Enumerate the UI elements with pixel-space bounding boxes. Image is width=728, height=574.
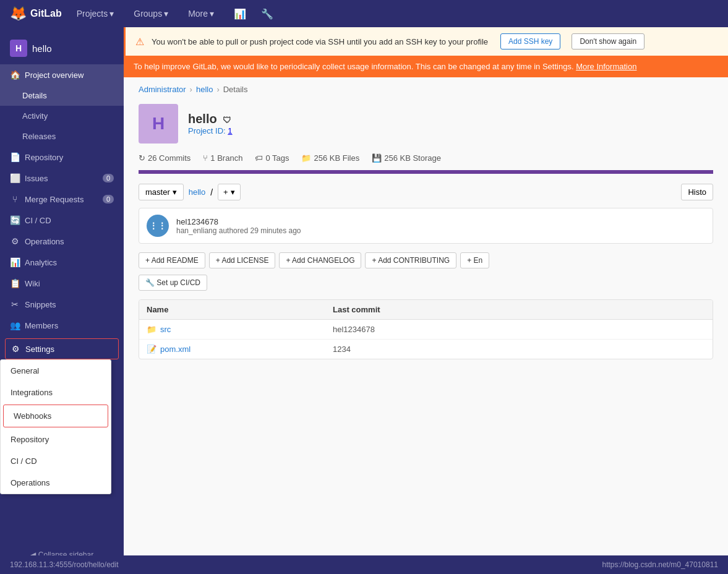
settings-repository[interactable]: Repository [1,429,111,450]
chevron-down-icon: ▾ [173,187,177,197]
nav-projects[interactable]: Projects ▾ [72,6,119,21]
sidebar-item-releases[interactable]: Releases [0,126,124,147]
usage-info-text: To help improve GitLab, we would like to… [134,62,574,71]
path-hello[interactable]: hello [189,187,205,197]
files-icon: 📁 [301,153,311,163]
file-table: Name Last commit 📁 src hel1234678 📝 pom.… [139,299,713,359]
progress-fill [139,170,713,174]
settings-operations[interactable]: Operations [1,472,111,494]
commit-details: hel1234678 han_enliang authored 29 minut… [176,217,301,235]
tag-icon: 🏷 [255,153,263,163]
settings-webhooks[interactable]: Webhooks [3,405,108,427]
commit-meta: han_enliang authored 29 minutes ago [176,226,301,235]
cicd-icon: 🔄 [10,215,20,225]
chevron-down-icon-2: ▾ [231,187,235,197]
sidebar-item-repository[interactable]: 📄 Repository [0,147,124,168]
footer-left: 192.168.11.3:4555/root/hello/edit [10,560,118,569]
sidebar-item-settings[interactable]: ⚙ Settings [5,338,119,359]
xml-file-icon: 📝 [147,345,156,354]
sidebar-project-header: H hello [0,32,124,64]
breadcrumb-admin[interactable]: Administrator [139,85,186,94]
folder-icon: 📁 [147,325,156,334]
logo-text: GitLab [30,8,62,19]
breadcrumb-details: Details [223,85,248,94]
sidebar-item-operations[interactable]: ⚙ Operations [0,231,124,252]
gitlab-logo[interactable]: 🦊 GitLab [10,6,62,22]
branch-bar: master ▾ hello / + ▾ Histo [124,179,728,205]
sidebar-item-analytics[interactable]: 📊 Analytics [0,252,124,273]
project-name: hello 🛡 [188,112,233,126]
add-readme-button[interactable]: + Add README [139,252,205,268]
sidebar-item-cicd[interactable]: 🔄 CI / CD [0,210,124,231]
wrench-icon[interactable]: 🔧 [261,8,273,20]
table-row: 📁 src hel1234678 [139,320,713,340]
issues-icon: ⬜ [10,173,20,183]
ssh-warning-banner: ⚠ You won't be able to pull or push proj… [124,27,728,56]
storage-progress-bar [139,170,713,174]
stat-commits[interactable]: ↻ 26 Commits [139,153,191,163]
settings-dropdown: General Integrations Webhooks Repository… [0,359,111,494]
fox-icon: 🦊 [10,6,27,22]
file-commit-cell-2: 1234 [333,345,705,354]
stat-files: 📁 256 KB Files [301,153,359,163]
file-link[interactable]: src [160,325,171,334]
sidebar-item-merge-requests[interactable]: ⑂ Merge Requests 0 [0,189,124,210]
more-info-link[interactable]: More Information [576,62,636,71]
add-changelog-button[interactable]: + Add CHANGELOG [279,252,361,268]
project-info: hello 🛡 Project ID: 1 [188,112,233,135]
branch-select-value: master [145,187,170,197]
branch-icon: ⑂ [203,153,208,163]
chart-icon[interactable]: 📊 [234,8,246,20]
add-contributing-button[interactable]: + Add CONTRIBUTING [365,252,456,268]
settings-integrations[interactable]: Integrations [1,382,111,403]
usage-info-banner: To help improve GitLab, we would like to… [124,56,728,77]
sidebar-item-details[interactable]: Details [0,85,124,106]
storage-icon: 💾 [372,153,382,163]
home-icon: 🏠 [10,70,20,80]
stats-bar: ↻ 26 Commits ⑂ 1 Branch 🏷 0 Tags 📁 256 K… [124,153,728,170]
path-separator: / [210,187,213,197]
file-table-header: Name Last commit [139,300,713,320]
project-id: Project ID: 1 [188,126,233,135]
commit-message[interactable]: hel1234678 [176,217,301,226]
col-commit-header: Last commit [333,305,705,314]
footer: 192.168.11.3:4555/root/hello/edit https:… [0,555,728,574]
setup-cicd-button[interactable]: 🔧 Set up CI/CD [139,275,207,291]
file-name-cell-2: 📝 pom.xml [147,345,333,354]
stat-branch[interactable]: ⑂ 1 Branch [203,153,242,163]
sidebar-item-project-overview[interactable]: 🏠 Project overview [0,64,124,85]
settings-general[interactable]: General [1,360,111,382]
warning-icon: ⚠ [135,36,144,48]
wiki-icon: 📋 [10,278,20,288]
table-row: 📝 pom.xml 1234 [139,340,713,359]
sidebar-item-wiki[interactable]: 📋 Wiki [0,273,124,294]
add-en-button[interactable]: + En [460,252,489,268]
ssh-warning-text: You won't be able to pull or push projec… [152,37,488,46]
footer-right: https://blog.csdn.net/m0_47010811 [602,560,718,569]
add-license-button[interactable]: + Add LICENSE [209,252,276,268]
members-icon: 👥 [10,320,20,330]
breadcrumb-hello[interactable]: hello [196,85,213,94]
project-header: H hello 🛡 Project ID: 1 [124,94,728,153]
add-ssh-button[interactable]: Add SSH key [500,33,560,49]
operations-icon: ⚙ [10,236,20,246]
commit-info: ⋮⋮ hel1234678 han_enliang authored 29 mi… [139,208,713,244]
shield-icon: 🛡 [223,115,231,125]
action-buttons: + Add README + Add LICENSE + Add CHANGEL… [124,246,728,275]
sidebar-item-snippets[interactable]: ✂ Snippets [0,294,124,315]
breadcrumb: Administrator › hello › Details [124,77,728,94]
dont-show-button[interactable]: Don't show again [572,33,644,49]
sidebar-item-issues[interactable]: ⬜ Issues 0 [0,168,124,189]
nav-more[interactable]: More ▾ [183,6,219,21]
history-button[interactable]: Histo [681,184,713,200]
add-file-button[interactable]: + ▾ [218,184,241,200]
nav-groups[interactable]: Groups ▾ [129,6,173,21]
file-link-2[interactable]: pom.xml [160,345,191,354]
settings-cicd[interactable]: CI / CD [1,450,111,472]
project-id-link[interactable]: 1 [228,126,232,135]
branch-selector[interactable]: master ▾ [139,184,184,200]
project-avatar: H [139,104,178,144]
stat-tags[interactable]: 🏷 0 Tags [255,153,289,163]
sidebar-item-activity[interactable]: Activity [0,106,124,126]
sidebar-item-members[interactable]: 👥 Members [0,315,124,336]
